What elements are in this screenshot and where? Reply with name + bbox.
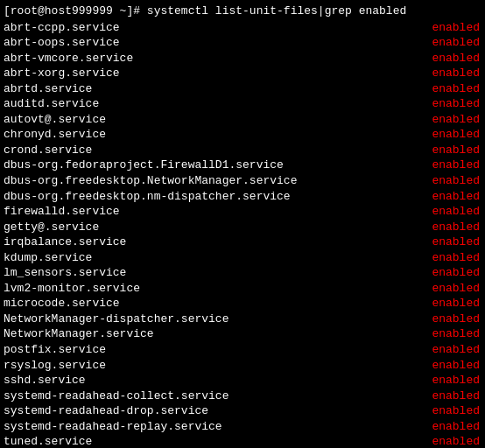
table-row: dbus-org.freedesktop.nm-dispatcher.servi… <box>4 189 481 205</box>
service-name: chronyd.service <box>4 127 106 143</box>
service-name: abrt-vmcore.service <box>4 51 133 66</box>
table-row: NetworkManager-dispatcher.serviceenabled <box>4 312 481 327</box>
service-status: enabled <box>432 127 481 143</box>
terminal: [root@host999999 ~]# systemctl list-unit… <box>0 0 485 448</box>
table-row: kdump.serviceenabled <box>4 250 481 266</box>
service-status: enabled <box>432 20 481 36</box>
service-name: lm_sensors.service <box>4 265 126 281</box>
service-status: enabled <box>432 112 481 128</box>
service-name: abrt-ccpp.service <box>4 20 120 36</box>
service-name: sshd.service <box>4 373 86 388</box>
table-row: firewalld.serviceenabled <box>4 204 481 220</box>
command-prompt: [root@host999999 ~]# systemctl list-unit… <box>4 4 481 19</box>
service-name: rsyslog.service <box>4 358 106 374</box>
table-row: getty@.serviceenabled <box>4 220 481 235</box>
service-name: systemd-readahead-collect.service <box>4 388 228 404</box>
table-row: irqbalance.serviceenabled <box>4 234 481 250</box>
table-row: postfix.serviceenabled <box>4 342 481 358</box>
service-status: enabled <box>432 388 481 404</box>
table-row: abrt-xorg.serviceenabled <box>4 66 481 81</box>
service-status: enabled <box>432 250 481 266</box>
service-name: irqbalance.service <box>4 234 126 250</box>
service-status: enabled <box>432 81 481 97</box>
service-name: NetworkManager.service <box>4 326 154 342</box>
table-row: autovt@.serviceenabled <box>4 112 481 128</box>
service-list: abrt-ccpp.serviceenabledabrt-oops.servic… <box>4 20 481 448</box>
table-row: systemd-readahead-collect.serviceenabled <box>4 388 481 404</box>
service-status: enabled <box>432 143 481 158</box>
service-name: firewalld.service <box>4 204 120 220</box>
service-name: systemd-readahead-replay.service <box>4 419 222 435</box>
table-row: systemd-readahead-drop.serviceenabled <box>4 403 481 419</box>
table-row: dbus-org.freedesktop.NetworkManager.serv… <box>4 173 481 189</box>
table-row: lm_sensors.serviceenabled <box>4 265 481 281</box>
table-row: tuned.serviceenabled <box>4 434 481 448</box>
table-row: rsyslog.serviceenabled <box>4 358 481 374</box>
service-name: microcode.service <box>4 296 120 312</box>
service-name: abrtd.service <box>4 81 92 97</box>
table-row: crond.serviceenabled <box>4 143 481 158</box>
service-status: enabled <box>432 342 481 358</box>
table-row: dbus-org.fedoraproject.FirewallD1.servic… <box>4 158 481 173</box>
service-status: enabled <box>432 189 481 205</box>
service-name: abrt-xorg.service <box>4 66 120 81</box>
service-status: enabled <box>432 434 481 448</box>
service-status: enabled <box>432 158 481 173</box>
service-status: enabled <box>432 296 481 312</box>
service-name: postfix.service <box>4 342 106 358</box>
table-row: abrt-vmcore.serviceenabled <box>4 51 481 66</box>
service-name: autovt@.service <box>4 112 106 128</box>
service-name: NetworkManager-dispatcher.service <box>4 312 228 327</box>
service-status: enabled <box>432 419 481 435</box>
table-row: abrtd.serviceenabled <box>4 81 481 97</box>
service-name: auditd.service <box>4 96 99 112</box>
service-status: enabled <box>432 403 481 419</box>
service-status: enabled <box>432 173 481 189</box>
prompt-text: [root@host999999 ~]# systemctl list-unit… <box>4 4 406 18</box>
table-row: auditd.serviceenabled <box>4 96 481 112</box>
service-name: lvm2-monitor.service <box>4 281 140 297</box>
service-status: enabled <box>432 35 481 51</box>
service-status: enabled <box>432 96 481 112</box>
service-name: abrt-oops.service <box>4 35 120 51</box>
service-status: enabled <box>432 51 481 66</box>
service-name: crond.service <box>4 143 92 158</box>
service-name: dbus-org.freedesktop.NetworkManager.serv… <box>4 173 297 189</box>
table-row: lvm2-monitor.serviceenabled <box>4 281 481 297</box>
service-name: tuned.service <box>4 434 92 448</box>
service-name: systemd-readahead-drop.service <box>4 403 208 419</box>
service-name: kdump.service <box>4 250 92 266</box>
service-status: enabled <box>432 358 481 374</box>
service-status: enabled <box>432 326 481 342</box>
service-status: enabled <box>432 265 481 281</box>
service-status: enabled <box>432 234 481 250</box>
table-row: abrt-ccpp.serviceenabled <box>4 20 481 36</box>
table-row: sshd.serviceenabled <box>4 373 481 388</box>
service-status: enabled <box>432 204 481 220</box>
table-row: NetworkManager.serviceenabled <box>4 326 481 342</box>
service-status: enabled <box>432 373 481 388</box>
service-status: enabled <box>432 312 481 327</box>
table-row: microcode.serviceenabled <box>4 296 481 312</box>
service-name: dbus-org.fedoraproject.FirewallD1.servic… <box>4 158 284 173</box>
service-status: enabled <box>432 220 481 235</box>
table-row: abrt-oops.serviceenabled <box>4 35 481 51</box>
service-name: dbus-org.freedesktop.nm-dispatcher.servi… <box>4 189 291 205</box>
table-row: chronyd.serviceenabled <box>4 127 481 143</box>
service-status: enabled <box>432 66 481 81</box>
table-row: systemd-readahead-replay.serviceenabled <box>4 419 481 435</box>
service-status: enabled <box>432 281 481 297</box>
service-name: getty@.service <box>4 220 99 235</box>
